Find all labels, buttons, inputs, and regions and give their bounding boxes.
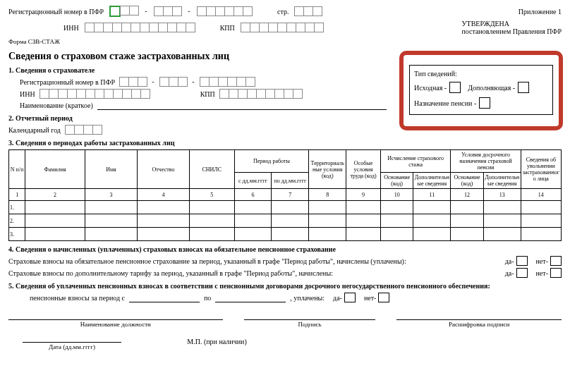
s1-reg-1[interactable]	[119, 77, 147, 87]
s4-line2: Страховые взносы по дополнительному тари…	[8, 269, 333, 277]
col-terr: Территориальные условия (код)	[309, 150, 346, 189]
s5-no[interactable]	[378, 293, 389, 302]
checkbox-initial[interactable]	[449, 82, 461, 93]
opt-initial: Исходная -	[414, 84, 447, 92]
s1-inn[interactable]	[40, 89, 150, 99]
sig-position: Наименование должности	[8, 319, 223, 328]
page-boxes	[294, 6, 322, 16]
s2-year[interactable]	[65, 125, 102, 135]
reg-label: Регистрационный номер в ПФР	[8, 8, 104, 16]
s1-reg-label: Регистрационный номер в ПФР	[20, 78, 115, 86]
col-patr: Отчество	[137, 150, 189, 189]
signature-block: Наименование должности Подпись Расшифров…	[8, 310, 562, 328]
col-calc: Исчисление страхового стажа	[380, 150, 450, 173]
header-top: Регистрационный номер в ПФР - - стр. При…	[8, 6, 562, 17]
s1-kpp-label: КПП	[200, 90, 215, 98]
col-base1: Основание (код)	[380, 173, 413, 189]
s4-no-1[interactable]	[550, 256, 562, 266]
col-name: Имя	[85, 150, 137, 189]
col-early: Условия досрочного назначения страховой …	[451, 150, 521, 173]
s4-no-2[interactable]	[550, 268, 562, 278]
table-row[interactable]: 3.	[9, 228, 562, 241]
opt-pension: Назначение пенсии -	[414, 99, 476, 107]
reg-boxes-2	[154, 6, 181, 16]
s4-heading: 4. Сведения о начисленных (уплаченных) с…	[8, 245, 562, 253]
kpp-boxes-top	[241, 23, 323, 32]
s1-name-field[interactable]	[97, 101, 387, 110]
form-code: Форма СЗВ-СТАЖ	[8, 38, 562, 45]
opt-suppl: Дополняющая -	[468, 84, 515, 92]
page-label: стр.	[277, 8, 289, 16]
periods-table: N п/п Фамилия Имя Отчество СНИЛС Период …	[8, 149, 562, 241]
s1-reg-2[interactable]	[159, 77, 187, 87]
col-fam: Фамилия	[25, 150, 85, 189]
s5-yes[interactable]	[344, 293, 356, 302]
col-cond: Особые условия труда (код)	[346, 150, 381, 189]
col-period: Период работы	[234, 150, 309, 173]
s2-year-label: Календарный год	[8, 126, 61, 134]
s4-line1: Страховые взносы на обязательное пенсион…	[8, 257, 406, 265]
col-to: по дд.мм.гггг	[272, 173, 309, 189]
s5-period-label: пенсионные взносы за период с	[30, 294, 125, 302]
inn-label-top: ИНН	[63, 24, 79, 32]
approved: УТВЕРЖДЕНА	[462, 20, 562, 27]
col-extra1: Дополнительные сведения	[413, 173, 451, 189]
inn-boxes-top	[85, 23, 195, 32]
kpp-label-top: КПП	[220, 24, 235, 32]
callout-title: Тип сведений:	[414, 70, 548, 78]
col-extra2: Дополнительные сведения	[483, 173, 521, 189]
table-row[interactable]: 2.	[9, 214, 562, 228]
type-callout: Тип сведений: Исходная - Дополняющая - Н…	[399, 51, 563, 130]
sig-date: Дата (дд.мм.гггг)	[23, 342, 121, 350]
header-second: ИНН КПП УТВЕРЖДЕНА постановлением Правле…	[8, 20, 562, 35]
s4-yes-2[interactable]	[516, 268, 528, 278]
s5-from[interactable]	[129, 293, 200, 302]
checkbox-pension[interactable]	[479, 97, 490, 109]
col-n: N п/п	[9, 150, 25, 189]
appendix: Приложение 1	[519, 8, 562, 16]
s5-to[interactable]	[215, 293, 286, 302]
table-row[interactable]: 1.	[9, 201, 562, 214]
col-fire: Сведения об увольнении застрахованного л…	[521, 150, 561, 189]
approved-by: постановлением Правления ПФР	[462, 27, 562, 35]
col-snils: СНИЛС	[190, 150, 234, 189]
s1-reg-3[interactable]	[200, 77, 255, 87]
s5-heading: 5. Сведения об уплаченных пенсионных взн…	[8, 282, 562, 290]
checkbox-suppl[interactable]	[518, 82, 529, 93]
s3-heading: 3. Сведения о периодах работы застрахова…	[8, 139, 562, 147]
col-from: с дд.мм.гггг	[234, 173, 272, 189]
reg-boxes-1	[109, 6, 138, 17]
s1-name-label: Наименование (краткое)	[20, 102, 93, 109]
reg-boxes-3	[197, 6, 252, 16]
sig-sign: Подпись	[244, 319, 376, 328]
s1-inn-label: ИНН	[20, 90, 35, 98]
col-base2: Основание (код)	[451, 173, 484, 189]
sig-decode: Расшифровка подписи	[396, 319, 562, 328]
sig-stamp: М.П. (при наличии)	[149, 338, 285, 345]
s4-yes-1[interactable]	[516, 256, 528, 266]
s1-kpp[interactable]	[219, 89, 302, 99]
